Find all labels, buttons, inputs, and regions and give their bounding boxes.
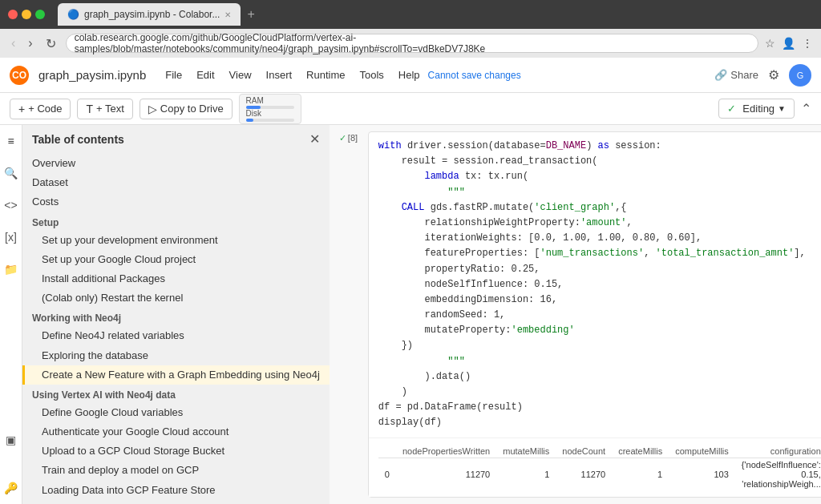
cell-run-indicator: ✓ [8]: [339, 131, 365, 143]
address-icons: ☆ 👤 ⋮: [765, 37, 813, 50]
cell-nc: 11270: [556, 458, 612, 490]
cell-number: [8]: [348, 133, 358, 143]
cell-npw: 11270: [396, 458, 496, 490]
run-check-icon: ✓: [339, 133, 346, 143]
toc-item-overview[interactable]: Overview: [22, 154, 330, 173]
account-icon[interactable]: 👤: [782, 37, 795, 50]
toc-item-upload[interactable]: Upload to a GCP Cloud Storage Bucket: [22, 442, 330, 461]
sidebar-icons: ≡ 🔍 <> [x] 📁 ▣ 🔑: [0, 125, 22, 504]
bookmark-icon[interactable]: ☆: [765, 37, 775, 50]
share-icon: 🔗: [714, 69, 727, 81]
menu-runtime[interactable]: Runtime: [300, 66, 351, 84]
sidebar-container: ≡ 🔍 <> [x] 📁 ▣ 🔑 Table of contents ✕ Ove…: [0, 125, 330, 504]
col-header-mm: mutateMillis: [496, 445, 556, 458]
cell-body[interactable]: with driver.session(database=DB_NAME) as…: [368, 131, 821, 498]
menu-edit[interactable]: Edit: [190, 66, 220, 84]
toc-item-neo4j-vars[interactable]: Define Neo4J related variables: [22, 326, 330, 345]
text-cell-content: Finally we dump that out to a dataframe: [368, 501, 811, 504]
address-bar: ‹ › ↻ colab.research.google.com/github/G…: [0, 29, 821, 58]
menu-help[interactable]: Help: [392, 66, 427, 84]
plus-icon: +: [18, 103, 25, 115]
colab-logo: CO: [10, 66, 29, 85]
colab-title: graph_paysim.ipynb: [38, 68, 146, 82]
variable-icon[interactable]: [x]: [2, 228, 20, 247]
editing-button[interactable]: ✓ Editing ▼: [718, 99, 795, 119]
menu-view[interactable]: View: [223, 66, 258, 84]
close-button[interactable]: [8, 10, 18, 19]
key-icon[interactable]: 🔑: [1, 478, 21, 498]
cell-cm: 1: [612, 458, 669, 490]
toc-section-neo4j: Working with Neo4j: [22, 308, 330, 326]
forward-button[interactable]: ›: [25, 34, 35, 52]
toc-item-train[interactable]: Train and deploy a model on GCP: [22, 461, 330, 480]
toc-list: Overview Dataset Costs Setup Set up your…: [22, 154, 330, 504]
colab-menu: File Edit View Insert Runtime Tools Help…: [159, 66, 520, 84]
toc-icon[interactable]: ≡: [4, 131, 17, 151]
col-header-index: [378, 445, 396, 458]
tab-label: graph_paysim.ipynb - Colabor...: [84, 9, 220, 20]
drive-icon: ▷: [148, 103, 157, 115]
toc-section-setup: Setup: [22, 212, 330, 231]
search-icon[interactable]: 🔍: [1, 163, 21, 183]
back-button[interactable]: ‹: [8, 34, 18, 52]
output-table: nodePropertiesWritten mutateMillis nodeC…: [378, 445, 821, 490]
files-icon[interactable]: 📁: [1, 260, 21, 279]
menu-tools[interactable]: Tools: [354, 66, 390, 84]
cannot-save: Cannot save changes: [428, 70, 521, 81]
toc-item-embedding[interactable]: Create a New Feature with a Graph Embedd…: [22, 365, 330, 385]
chevron-down-icon: ▼: [778, 104, 786, 113]
toc-item-gcloud-vars[interactable]: Define Google Cloud variables: [22, 403, 330, 422]
minimize-button[interactable]: [22, 10, 31, 19]
settings-icon[interactable]: ⚙: [768, 67, 779, 83]
new-tab-button[interactable]: +: [247, 7, 254, 22]
sidebar-title: Table of contents: [32, 133, 124, 146]
cell-index: 0: [378, 458, 396, 490]
toolbar: + + Code T + Text ▷ Copy to Drive RAM Di…: [0, 93, 821, 125]
add-text-button[interactable]: T + Text: [77, 99, 132, 119]
sidebar-close-icon[interactable]: ✕: [309, 131, 320, 147]
expand-icon[interactable]: ⌃: [801, 101, 811, 116]
toc-item-gcloud[interactable]: Set up your Google Cloud project: [22, 250, 330, 269]
toc-item-dataset[interactable]: Dataset: [22, 173, 330, 192]
cell-config: {'nodeSelfInfluence': 0.15, 'relationshi…: [735, 458, 821, 490]
terminal-icon[interactable]: ▣: [2, 430, 19, 450]
more-icon[interactable]: ⋮: [802, 37, 813, 50]
menu-insert[interactable]: Insert: [260, 66, 299, 84]
copy-to-drive-button[interactable]: ▷ Copy to Drive: [140, 99, 233, 119]
col-header-compms: computeMillis: [669, 445, 735, 458]
col-header-cm: createMillis: [612, 445, 669, 458]
url-text: colab.research.google.com/github/GoogleC…: [75, 32, 750, 54]
tab-bar: 🔵 graph_paysim.ipynb - Colabor... ✕ +: [58, 3, 813, 26]
table-row: 0 11270 1 11270 1 103 {'nodeSelfInfluenc…: [378, 458, 821, 490]
check-icon: ✓: [727, 103, 736, 115]
refresh-button[interactable]: ↻: [42, 34, 59, 53]
toc-item-prediction[interactable]: Sending a prediction using features from…: [22, 500, 330, 504]
active-tab[interactable]: 🔵 graph_paysim.ipynb - Colabor... ✕: [58, 3, 241, 26]
col-header-npw: nodePropertiesWritten: [396, 445, 496, 458]
toc-item-costs[interactable]: Costs: [22, 192, 330, 212]
toc-item-explore[interactable]: Exploring the database: [22, 346, 330, 365]
browser-chrome: 🔵 graph_paysim.ipynb - Colabor... ✕ +: [0, 0, 821, 29]
share-button[interactable]: 🔗 Share: [714, 69, 758, 81]
add-code-button[interactable]: + + Code: [10, 99, 71, 119]
toc-item-dev-env[interactable]: Set up your development environment: [22, 231, 330, 250]
col-header-nc: nodeCount: [556, 445, 612, 458]
maximize-button[interactable]: [35, 10, 45, 19]
toc-section-vertex: Using Vertex AI with Neo4j data: [22, 385, 330, 403]
sidebar-header: Table of contents ✕: [22, 125, 330, 154]
text-cell: Finally we dump that out to a dataframe: [368, 501, 811, 504]
toc-item-auth[interactable]: Authenticate your Google Cloud account: [22, 422, 330, 442]
cell-output: nodePropertiesWritten mutateMillis nodeC…: [369, 437, 821, 497]
main-layout: ≡ 🔍 <> [x] 📁 ▣ 🔑 Table of contents ✕ Ove…: [0, 125, 821, 504]
traffic-lights: [8, 10, 45, 19]
tab-close-icon[interactable]: ✕: [224, 10, 231, 19]
avatar[interactable]: G: [789, 64, 811, 87]
code-icon[interactable]: <>: [1, 196, 20, 215]
toc-item-restart[interactable]: (Colab only) Restart the kernel: [22, 288, 330, 308]
menu-file[interactable]: File: [159, 66, 188, 84]
colab-header: CO graph_paysim.ipynb File Edit View Ins…: [0, 58, 821, 93]
toc-item-feature-store[interactable]: Loading Data into GCP Feature Store: [22, 481, 330, 500]
col-header-config: configuration: [735, 445, 821, 458]
toc-item-packages[interactable]: Install additional Packages: [22, 269, 330, 288]
url-bar[interactable]: colab.research.google.com/github/GoogleC…: [66, 34, 758, 53]
